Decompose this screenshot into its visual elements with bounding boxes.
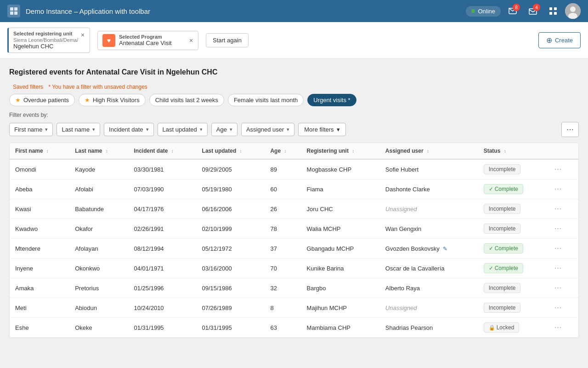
create-button[interactable]: ⊕ Create: [538, 32, 581, 48]
cell-last-name: Pretorius: [69, 278, 128, 298]
cell-last-updated: 09/15/1986: [197, 278, 265, 298]
mail-badge: 4: [533, 4, 540, 11]
cell-last-name: Kayode: [69, 159, 128, 179]
edit-icon[interactable]: ✎: [443, 246, 447, 252]
sort-icon: ↕: [171, 149, 174, 154]
cell-row-actions[interactable]: ···: [546, 179, 578, 199]
col-header-incident-date[interactable]: Incident date ↕: [129, 143, 197, 159]
chip-overdue[interactable]: ★ Overdue patients: [9, 94, 75, 106]
row-actions-button[interactable]: ···: [552, 263, 565, 273]
cell-age: 78: [265, 219, 301, 239]
more-filters-button[interactable]: More filters ▾: [298, 123, 345, 136]
row-actions-button[interactable]: ···: [552, 322, 565, 332]
filter-last-updated[interactable]: Last updated ▾: [158, 123, 208, 136]
unit-sublabel: Sierra Leone/Bombali/Dema/: [13, 37, 85, 43]
online-dot: [471, 9, 475, 13]
filter-assigned-user[interactable]: Assigned user ▾: [241, 123, 294, 136]
cell-age: 63: [265, 318, 301, 338]
col-header-status[interactable]: Status ↕: [478, 143, 546, 159]
cell-row-actions[interactable]: ···: [546, 239, 578, 259]
filter-age-label: Age: [216, 126, 227, 133]
cell-row-actions[interactable]: ···: [546, 318, 578, 338]
cell-incident-date: 04/17/1976: [129, 199, 197, 219]
cell-row-actions[interactable]: ···: [546, 278, 578, 298]
apps-button[interactable]: [545, 3, 561, 19]
status-badge: Incomplete: [484, 303, 521, 313]
chip-urgent-label: Urgent visits *: [313, 97, 350, 104]
table-row: Omondi Kayode 03/30/1981 09/29/2005 89 M…: [10, 159, 578, 179]
row-actions-button[interactable]: ···: [552, 224, 565, 233]
col-header-last-updated[interactable]: Last updated ↕: [197, 143, 265, 159]
topnav-right: Online 8 4: [466, 3, 581, 19]
table-row: Inyene Okonkwo 04/01/1971 03/16/2000 70 …: [10, 259, 578, 278]
table-options-button[interactable]: ⋯: [561, 122, 579, 137]
filter-age[interactable]: Age ▾: [211, 123, 237, 136]
col-header-age[interactable]: Age ↕: [265, 143, 301, 159]
sort-icon: ↕: [504, 149, 506, 154]
user-avatar[interactable]: [565, 3, 581, 19]
cell-age: 26: [265, 199, 301, 219]
program-icon: ♥: [102, 34, 115, 47]
table-row: Kwadwo Okafor 02/26/1991 02/10/1999 78 W…: [10, 219, 578, 239]
cell-row-actions[interactable]: ···: [546, 219, 578, 239]
filter-incident-date-label: Incident date: [109, 126, 143, 133]
cell-assigned-user: Sofie Hubert: [380, 159, 478, 179]
col-header-assigned-user[interactable]: Assigned user ↕: [380, 143, 478, 159]
cell-assigned-user: Unassigned: [380, 199, 478, 219]
chip-female-visits[interactable]: Female visits last month: [228, 94, 304, 106]
row-actions-button[interactable]: ···: [552, 184, 565, 194]
cell-row-actions[interactable]: ···: [546, 298, 578, 318]
cell-last-updated: 05/19/1980: [197, 179, 265, 199]
cell-incident-date: 04/01/1971: [129, 259, 197, 278]
cell-last-name: Okeke: [69, 318, 128, 338]
chip-high-risk[interactable]: ★ High Risk Visitors: [79, 94, 146, 106]
cell-last-updated: 05/12/1972: [197, 239, 265, 259]
cell-row-actions[interactable]: ···: [546, 259, 578, 278]
cell-registering-unit: Walia MCHP: [301, 219, 380, 239]
col-header-first-name[interactable]: First name ↕: [10, 143, 69, 159]
col-header-registering-unit[interactable]: Registering unit ↕: [301, 143, 380, 159]
status-badge: Incomplete: [484, 224, 521, 234]
mail-button[interactable]: 4: [525, 3, 541, 19]
row-actions-button[interactable]: ···: [552, 204, 565, 213]
unassigned-label: Unassigned: [385, 206, 417, 213]
selected-program-box: ♥ Selected Program Antenatal Care Visit …: [97, 31, 198, 50]
cell-row-actions[interactable]: ···: [546, 159, 578, 179]
svg-rect-2: [10, 12, 13, 15]
assigned-user-name: Dashonte Clarke: [385, 186, 430, 193]
unit-close-button[interactable]: ×: [79, 31, 87, 39]
cell-first-name: Abeba: [10, 179, 69, 199]
start-again-button[interactable]: Start again: [206, 33, 249, 47]
cell-age: 60: [265, 179, 301, 199]
unit-name: Ngelehun CHC: [13, 43, 85, 50]
table-row: Eshe Okeke 01/31/1995 01/31/1995 63 Mamb…: [10, 318, 578, 338]
row-actions-button[interactable]: ···: [552, 243, 565, 253]
cell-registering-unit: Bargbo: [301, 278, 380, 298]
program-close-button[interactable]: ×: [187, 36, 195, 45]
filter-incident-date[interactable]: Incident date ▾: [104, 123, 153, 136]
program-info: Selected Program Antenatal Care Visit: [119, 34, 172, 46]
svg-rect-8: [554, 12, 557, 15]
status-badge: Incomplete: [484, 164, 521, 174]
chip-urgent[interactable]: Urgent visits *: [307, 94, 356, 106]
row-actions-button[interactable]: ···: [552, 303, 565, 312]
filter-last-name[interactable]: Last name ▾: [57, 123, 100, 136]
status-badge: ✓Complete: [484, 243, 523, 253]
row-actions-button[interactable]: ···: [552, 164, 565, 174]
col-header-last-name[interactable]: Last name ↕: [69, 143, 128, 159]
svg-rect-3: [14, 12, 17, 15]
messages-button[interactable]: 8: [504, 3, 521, 19]
app-logo[interactable]: [7, 5, 20, 17]
cell-registering-unit: Majihun MCHP: [301, 298, 380, 318]
row-actions-button[interactable]: ···: [552, 283, 565, 293]
chevron-down-icon: ▾: [200, 126, 203, 132]
cell-incident-date: 10/24/2010: [129, 298, 197, 318]
cell-row-actions[interactable]: ···: [546, 199, 578, 219]
filter-first-name-label: First name: [14, 126, 42, 133]
cell-age: 89: [265, 159, 301, 179]
cell-last-name: Afolayan: [69, 239, 128, 259]
chip-child-visits[interactable]: Child visits last 2 weeks: [149, 94, 224, 106]
cell-registering-unit: Mogbasske CHP: [301, 159, 380, 179]
filter-first-name[interactable]: First name ▾: [9, 123, 53, 136]
cell-incident-date: 01/25/1996: [129, 278, 197, 298]
